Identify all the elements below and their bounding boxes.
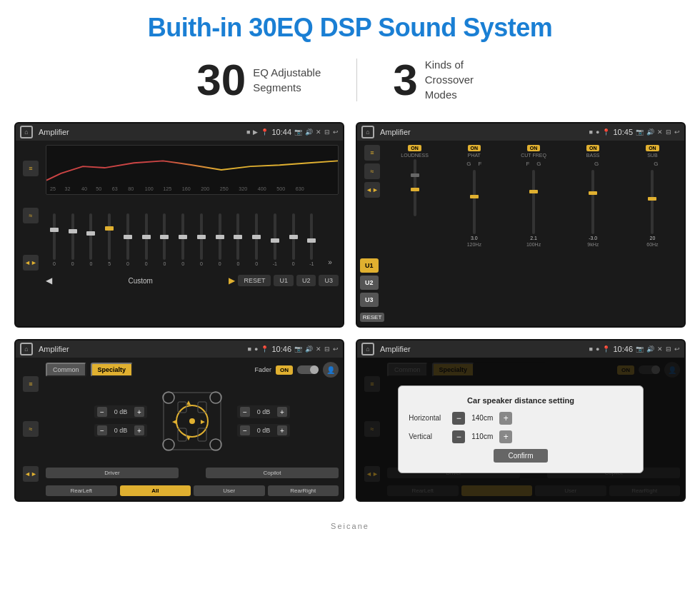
phat-freq: 120Hz <box>467 242 481 247</box>
minimize-icon-spk2: ⊟ <box>666 345 671 353</box>
eq-fader-9[interactable]: 0 <box>211 213 229 266</box>
cutfreq-fader[interactable] <box>532 170 535 234</box>
crossover-screen-body: ≡ ≈ ◄► U1 U2 U3 RESET ON LOUDNESS <box>357 141 684 326</box>
cr-control-btn-3[interactable]: ◄► <box>364 182 380 198</box>
svg-text:◄: ◄ <box>171 418 178 425</box>
dialog-overlay: Car speaker distance setting Horizontal … <box>357 358 684 500</box>
phat-on-btn[interactable]: ON <box>468 145 481 151</box>
spk-btn-user[interactable]: User <box>194 485 265 496</box>
eq-fader-12[interactable]: -1 <box>266 213 284 266</box>
cr-control-btn-2[interactable]: ≈ <box>364 163 380 179</box>
svg-text:100: 100 <box>145 186 154 191</box>
db-plus-fr[interactable]: + <box>277 407 287 417</box>
eq-fader-3[interactable]: 5 <box>101 213 118 266</box>
minimize-icon-cr: ⊟ <box>666 128 671 136</box>
cr-u2-btn[interactable]: U2 <box>360 276 379 290</box>
home-icon-spk[interactable]: ⌂ <box>20 343 33 355</box>
svg-text:160: 160 <box>182 186 191 191</box>
eq-fader-13[interactable]: 0 <box>285 213 302 266</box>
spk-control-btn-1[interactable]: ≡ <box>23 376 39 392</box>
spk-control-btn-3[interactable]: ◄► <box>23 466 39 482</box>
dialog-val-vertical: 110cm <box>468 433 496 440</box>
tab-common-spk[interactable]: Common <box>46 363 86 377</box>
home-icon[interactable]: ⌂ <box>20 126 33 138</box>
phat-fader[interactable] <box>473 170 476 234</box>
status-icons-cr: ■ ● 📍 10:45 📷 🔊 ✕ ⊟ ↩ <box>589 128 680 136</box>
db-plus-fl[interactable]: + <box>134 407 144 417</box>
eq-play-btn[interactable]: ▶ <box>229 276 235 286</box>
dialog-plus-vertical[interactable]: + <box>499 430 512 443</box>
db-minus-fl[interactable]: − <box>97 407 107 417</box>
cr-u1-btn[interactable]: U1 <box>360 258 379 273</box>
spk-btn-all[interactable]: All <box>120 485 191 496</box>
time-cr: 10:45 <box>613 128 633 136</box>
spk-btn-driver[interactable]: Driver <box>46 468 179 478</box>
sub-value: 20 <box>650 236 656 241</box>
dialog-minus-vertical[interactable]: − <box>452 430 465 443</box>
eq-fader-5[interactable]: 0 <box>138 213 155 266</box>
fader-on-toggle[interactable]: ON <box>276 365 293 375</box>
eq-u1-btn[interactable]: U1 <box>274 275 294 286</box>
eq-fader-2[interactable]: 0 <box>83 213 100 266</box>
db-ctrl-fl: − 0 dB + <box>94 405 147 418</box>
db-minus-rr[interactable]: − <box>240 425 250 435</box>
app-title-spk2: Amplifier <box>380 345 586 353</box>
eq-fader-14[interactable]: -1 <box>304 213 321 266</box>
eq-fader-8[interactable]: 0 <box>193 213 210 266</box>
fader-toggle-slider[interactable] <box>297 365 319 374</box>
dialog-plus-horizontal[interactable]: + <box>499 412 512 425</box>
svg-point-20 <box>163 439 174 450</box>
dot-icon-spk: ● <box>254 345 258 353</box>
eq-fader-11[interactable]: 0 <box>248 213 265 266</box>
eq-u2-btn[interactable]: U2 <box>296 275 316 286</box>
stat-crossover-label: Kinds ofCrossover Modes <box>425 57 504 102</box>
play-status-icon: ▶ <box>253 128 258 136</box>
cr-reset-btn[interactable]: RESET <box>360 313 385 322</box>
bass-fader[interactable] <box>591 170 594 234</box>
sub-on-btn[interactable]: ON <box>646 145 659 151</box>
eq-expand-btn[interactable]: » <box>321 258 339 266</box>
tab-specialty-spk[interactable]: Specialty <box>91 363 134 377</box>
sub-fader[interactable] <box>651 170 654 234</box>
spk-btn-copilot[interactable]: Copilot <box>206 468 339 478</box>
db-plus-rr[interactable]: + <box>277 425 287 435</box>
cr-u3-btn[interactable]: U3 <box>360 293 379 307</box>
home-icon-spk2[interactable]: ⌂ <box>361 343 374 355</box>
eq-fader-1[interactable]: 0 <box>64 213 81 266</box>
eq-control-btn-3[interactable]: ◄► <box>23 255 39 271</box>
close-icon-spk2: ✕ <box>657 345 663 353</box>
cr-control-btn-1[interactable]: ≡ <box>364 145 380 161</box>
eq-fader-7[interactable]: 0 <box>174 213 191 266</box>
loudness-fader[interactable] <box>414 159 416 216</box>
bass-value: -3.0 <box>589 236 597 241</box>
eq-fader-4[interactable]: 0 <box>119 213 136 266</box>
eq-control-btn-2[interactable]: ≈ <box>23 208 39 223</box>
cutfreq-freq: 100Hz <box>526 242 541 247</box>
loudness-on-btn[interactable]: ON <box>408 145 421 151</box>
cutfreq-on-btn[interactable]: ON <box>527 145 541 151</box>
spk-control-btn-2[interactable]: ≈ <box>23 421 39 437</box>
eq-prev-btn[interactable]: ◀ <box>46 276 52 286</box>
spk-btn-rearright[interactable]: RearRight <box>268 485 339 496</box>
dialog-confirm-btn[interactable]: Confirm <box>494 449 547 463</box>
db-plus-rl[interactable]: + <box>134 425 144 435</box>
db-minus-rl[interactable]: − <box>97 425 107 435</box>
person-icon: 👤 <box>323 362 339 378</box>
dialog-minus-horizontal[interactable]: − <box>452 412 465 425</box>
eq-screen-body: ≡ ≈ ◄► <box>16 141 343 291</box>
spk-btn-rearleft[interactable]: RearLeft <box>46 485 117 496</box>
db-minus-fr[interactable]: − <box>240 407 250 417</box>
stat-eq-number: 30 <box>196 58 246 102</box>
eq-reset-btn[interactable]: RESET <box>238 275 271 286</box>
eq-u3-btn[interactable]: U3 <box>319 275 339 286</box>
vol-icon-cr: 🔊 <box>646 128 654 136</box>
bass-on-btn[interactable]: ON <box>586 145 600 151</box>
eq-fader-0[interactable]: 0 <box>46 213 63 266</box>
home-icon-cr[interactable]: ⌂ <box>361 126 374 138</box>
time-spk: 10:46 <box>271 345 291 353</box>
eq-control-btn-1[interactable]: ≡ <box>23 161 39 176</box>
eq-fader-10[interactable]: 0 <box>230 213 247 266</box>
minimize-icon-eq: ⊟ <box>324 128 330 136</box>
camera-icon: 📷 <box>294 128 302 136</box>
eq-fader-6[interactable]: 0 <box>156 213 174 266</box>
